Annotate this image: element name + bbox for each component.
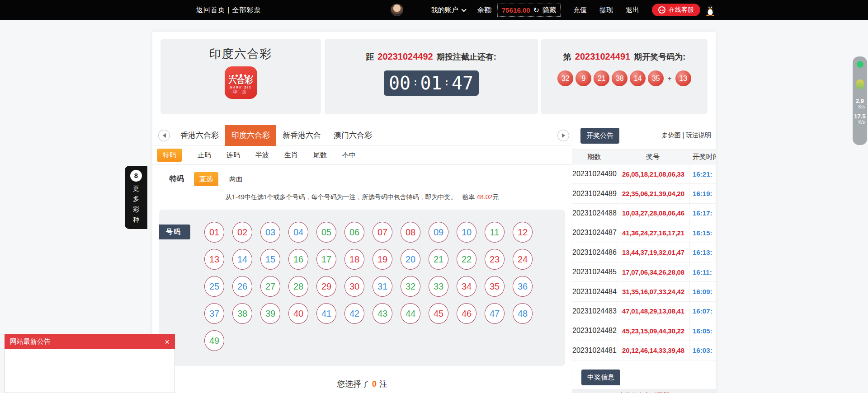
number-36[interactable]: 36 <box>513 276 533 297</box>
number-09[interactable]: 09 <box>429 222 448 243</box>
refresh-icon[interactable]: ↻ <box>533 6 539 14</box>
number-17[interactable]: 17 <box>316 249 336 270</box>
lottery-tabs: 香港六合彩印度六合彩新香港六合澳门六合彩 <box>174 125 553 146</box>
number-19[interactable]: 19 <box>373 249 392 270</box>
tabs-prev-button[interactable] <box>158 130 170 141</box>
row-period: 20231024490 <box>572 170 617 178</box>
number-01[interactable]: 01 <box>204 222 224 243</box>
number-45[interactable]: 45 <box>429 303 448 324</box>
row-time: 16:07: <box>690 307 716 315</box>
qq-penguin-icon[interactable] <box>705 4 716 16</box>
number-39[interactable]: 39 <box>260 303 280 324</box>
number-46[interactable]: 46 <box>457 303 476 324</box>
trend-help-links[interactable]: 走势图 | 玩法说明 <box>662 131 711 140</box>
lottery-tab-3[interactable]: 澳门六合彩 <box>327 125 378 146</box>
number-08[interactable]: 08 <box>401 222 420 243</box>
results-table: 期数 奖号 开奖时间 2023102449026,05,18,21,08,06,… <box>572 149 716 360</box>
number-21[interactable]: 21 <box>429 249 448 270</box>
lottery-tab-1[interactable]: 印度六合彩 <box>225 125 276 146</box>
withdraw-link[interactable]: 提现 <box>599 6 613 14</box>
number-06[interactable]: 06 <box>344 222 364 243</box>
number-41[interactable]: 41 <box>316 303 336 324</box>
mark-six-logo-icon: 六合彩 MARK SIX 印 度 <box>225 66 257 99</box>
bet-tab-3[interactable]: 半波 <box>255 151 269 159</box>
number-20[interactable]: 20 <box>401 249 420 270</box>
draw-announcement-button[interactable]: 开奖公告 <box>580 128 619 144</box>
number-24[interactable]: 24 <box>513 249 533 270</box>
number-18[interactable]: 18 <box>344 249 364 270</box>
chat-icon <box>658 6 665 14</box>
number-15[interactable]: 15 <box>260 249 280 270</box>
topbar: 返回首页 | 全部彩票 我的账户 余额: 75616.00 ↻ 隐藏 充值 提现… <box>0 0 868 20</box>
next-period: 20231024492 <box>377 51 433 61</box>
number-42[interactable]: 42 <box>344 303 364 324</box>
number-43[interactable]: 43 <box>373 303 392 324</box>
number-40[interactable]: 40 <box>288 303 308 324</box>
number-13[interactable]: 13 <box>204 249 224 270</box>
number-27[interactable]: 27 <box>260 276 280 297</box>
number-48[interactable]: 48 <box>513 303 533 324</box>
number-49[interactable]: 49 <box>204 330 224 351</box>
number-37[interactable]: 37 <box>204 303 224 324</box>
number-26[interactable]: 26 <box>232 276 252 297</box>
number-23[interactable]: 23 <box>485 249 505 270</box>
bet-tab-6[interactable]: 不中 <box>342 151 356 159</box>
number-11[interactable]: 11 <box>485 222 505 243</box>
bet-tab-0[interactable]: 特码 <box>157 149 182 162</box>
recharge-link[interactable]: 充值 <box>573 6 587 14</box>
number-28[interactable]: 28 <box>288 276 308 297</box>
lottery-tab-0[interactable]: 香港六合彩 <box>174 125 225 146</box>
number-44[interactable]: 44 <box>401 303 420 324</box>
number-05[interactable]: 05 <box>316 222 336 243</box>
win-info-button[interactable]: 中奖信息 <box>581 370 620 385</box>
row-time: 16:09: <box>690 288 716 295</box>
row-period: 20231024483 <box>572 307 617 315</box>
table-row: 2023102448741,36,24,27,16,17,2116:15: <box>572 223 716 243</box>
hide-balance-button[interactable]: 隐藏 <box>542 6 556 14</box>
number-29[interactable]: 29 <box>316 276 336 297</box>
number-32[interactable]: 32 <box>401 276 420 297</box>
bet-tab-5[interactable]: 尾数 <box>313 151 327 159</box>
green-dot-icon <box>857 61 863 68</box>
play-mode-0[interactable]: 直选 <box>194 172 218 186</box>
number-22[interactable]: 22 <box>457 249 476 270</box>
number-34[interactable]: 34 <box>457 276 476 297</box>
close-icon[interactable]: × <box>165 338 170 346</box>
number-31[interactable]: 31 <box>373 276 392 297</box>
number-35[interactable]: 35 <box>485 276 505 297</box>
network-monitor-widget[interactable]: 2.9 ↑ K/s 17.5 ↓ K/s <box>853 56 867 145</box>
number-14[interactable]: 14 <box>232 249 252 270</box>
play-name: 特码 <box>170 174 184 184</box>
play-mode-1[interactable]: 两面 <box>224 172 248 186</box>
more-lotteries-widget[interactable]: 8 更多彩种 <box>125 166 147 229</box>
home-all-lottery-link[interactable]: 返回首页 | 全部彩票 <box>196 6 261 14</box>
number-33[interactable]: 33 <box>429 276 448 297</box>
bet-tab-1[interactable]: 正码 <box>198 151 211 159</box>
lottery-tab-2[interactable]: 新香港六合 <box>276 125 327 146</box>
avatar[interactable] <box>391 4 403 16</box>
number-16[interactable]: 16 <box>288 249 308 270</box>
number-02[interactable]: 02 <box>232 222 252 243</box>
number-25[interactable]: 25 <box>204 276 224 297</box>
countdown-caption: 距20231024492期投注截止还有: <box>325 51 538 62</box>
tabs-next-button[interactable] <box>557 130 569 141</box>
number-47[interactable]: 47 <box>485 303 505 324</box>
online-service-button[interactable]: 在线客服 <box>652 4 700 16</box>
countdown-seconds: 47 <box>452 73 473 94</box>
logout-link[interactable]: 退出 <box>626 6 639 14</box>
special-ball: 13 <box>675 70 691 86</box>
number-38[interactable]: 38 <box>232 303 252 324</box>
number-07[interactable]: 07 <box>373 222 392 243</box>
number-12[interactable]: 12 <box>513 222 533 243</box>
number-10[interactable]: 10 <box>457 222 476 243</box>
bet-tab-4[interactable]: 生肖 <box>284 151 298 159</box>
number-03[interactable]: 03 <box>260 222 280 243</box>
row-numbers: 13,44,37,19,32,01,47 <box>617 243 690 262</box>
my-account-menu[interactable]: 我的账户 <box>431 6 465 14</box>
number-04[interactable]: 04 <box>288 222 308 243</box>
last-draw-caption: 第20231024491期开奖号码为: <box>541 51 708 62</box>
row-time: 16:21: <box>690 170 716 178</box>
number-30[interactable]: 30 <box>344 276 364 297</box>
bet-tab-2[interactable]: 连码 <box>226 151 240 159</box>
number-grid: 0102030405060708091011121314151617181920… <box>159 210 565 351</box>
